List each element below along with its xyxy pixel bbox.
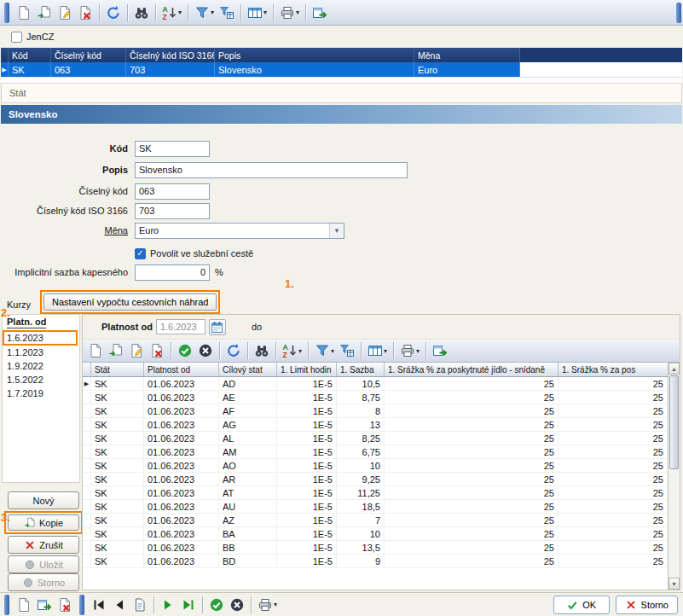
search-button[interactable] <box>131 3 152 23</box>
zrusit-button[interactable]: Zrušit <box>8 536 79 554</box>
kurz-date-item[interactable]: 1.5.2022 <box>3 373 79 386</box>
dropdown-arrow-icon[interactable]: ▾ <box>211 9 214 16</box>
chevron-down-icon[interactable]: ▾ <box>329 224 344 238</box>
ciselny-kod-input[interactable] <box>135 183 210 200</box>
dropdown-arrow-icon[interactable]: ▾ <box>331 347 334 355</box>
povolit-checkbox[interactable]: ✓ <box>135 248 146 259</box>
filter-button[interactable]: ▾ <box>192 3 217 23</box>
columns-button[interactable]: ▾ <box>365 340 390 361</box>
cancel-button[interactable] <box>227 596 247 614</box>
grid-row[interactable]: SK01.06.2023AT1E-511,252525 <box>83 486 668 500</box>
filter-button[interactable]: ▾ <box>312 340 337 361</box>
column-header-platnost-od[interactable]: Platnost od <box>144 363 219 376</box>
grid-row[interactable]: SK01.06.2023AU1E-518,52525 <box>83 500 668 514</box>
dropdown-arrow-icon[interactable]: ▾ <box>384 347 387 355</box>
column-header-sazba[interactable]: 1. Sazba <box>337 363 385 376</box>
record-button[interactable] <box>130 596 150 614</box>
apply-button[interactable] <box>175 340 195 361</box>
dropdown-arrow-icon[interactable]: ▾ <box>296 9 299 16</box>
copy-button[interactable] <box>34 3 55 23</box>
next-button[interactable] <box>158 596 178 614</box>
column-header-mena[interactable]: Měna <box>414 48 520 62</box>
kurz-date-item[interactable]: 1.6.2023 <box>3 330 78 346</box>
grid-row[interactable]: SK01.06.2023AG1E-5132525 <box>83 418 668 432</box>
sort-az-button[interactable]: AZ▾ <box>159 3 184 23</box>
kurz-date-item[interactable]: 1.9.2022 <box>3 359 79 373</box>
country-grid-selected-row[interactable]: ▶ SK 063 703 Slovensko Euro <box>1 62 682 77</box>
column-header-ciselny-kod[interactable]: Číselný kód <box>51 48 126 62</box>
dropdown-arrow-icon[interactable]: ▾ <box>178 9 182 16</box>
scroll-down-icon[interactable]: ▼ <box>669 578 680 590</box>
nastaveni-vypoctu-button[interactable]: Nastavení vypočtu cestovních náhrad <box>43 293 217 311</box>
last-button[interactable] <box>178 596 199 614</box>
grid-row[interactable]: SK01.06.2023AE1E-58,752525 <box>83 391 668 404</box>
columns-button[interactable]: ▾ <box>245 3 269 23</box>
vertical-scrollbar[interactable]: ▲ ▼ <box>668 363 680 590</box>
platnost-od-input[interactable] <box>156 319 205 334</box>
print-button[interactable]: ▾ <box>255 596 280 614</box>
export-button[interactable] <box>34 596 55 614</box>
new-button[interactable] <box>14 596 34 614</box>
grid-row[interactable]: SK01.06.2023AF1E-582525 <box>83 404 668 418</box>
prev-button[interactable] <box>109 596 130 614</box>
column-header-iso[interactable]: Číselný kód ISO 3166 <box>126 48 215 62</box>
toolbar-grip[interactable] <box>4 3 9 23</box>
refresh-button[interactable] <box>223 340 244 361</box>
print-button[interactable]: ▾ <box>277 3 302 23</box>
edit-button[interactable] <box>55 3 75 23</box>
toolbar-grip[interactable] <box>4 595 9 615</box>
dropdown-arrow-icon[interactable]: ▾ <box>263 9 267 16</box>
dropdown-arrow-icon[interactable]: ▾ <box>274 601 277 608</box>
column-header-kod[interactable]: Kód <box>9 48 51 62</box>
refresh-button[interactable] <box>103 3 124 23</box>
novy-button[interactable]: Nový <box>8 491 79 509</box>
column-header-limit-hodin[interactable]: 1. Limit hodin <box>277 363 337 376</box>
export-button[interactable] <box>430 340 450 361</box>
scrollbar-thumb[interactable] <box>669 375 679 469</box>
scroll-up-icon[interactable]: ▲ <box>669 363 680 375</box>
delete-button[interactable] <box>75 3 96 23</box>
search-button[interactable] <box>252 340 272 361</box>
new-button[interactable] <box>14 3 34 23</box>
cancel-button[interactable] <box>195 340 216 361</box>
kurz-date-item[interactable]: 1.1.2023 <box>3 346 79 359</box>
filter-settings-button[interactable] <box>337 340 357 361</box>
toolbar-grip[interactable] <box>79 595 84 615</box>
mena-label[interactable]: Měna <box>0 225 135 235</box>
grid-row[interactable]: ▶SK01.06.2023AD1E-510,52525 <box>83 377 668 391</box>
mena-select[interactable]: Euro ▾ <box>135 223 344 239</box>
platn-od-column-header[interactable]: Platn. od <box>3 315 79 330</box>
export-button[interactable] <box>310 3 330 23</box>
sort-az-button[interactable]: AZ▾ <box>280 340 304 361</box>
grid-row[interactable]: SK01.06.2023BD1E-592525 <box>83 555 668 568</box>
column-header-srazka-snidane[interactable]: 1. Srážka % za poskytnuté jídlo - snídan… <box>385 363 559 376</box>
storno-button[interactable]: Storno <box>616 596 678 614</box>
delete-button[interactable] <box>55 596 75 614</box>
dropdown-arrow-icon[interactable]: ▾ <box>416 347 420 355</box>
grid-row[interactable]: SK01.06.2023BA1E-5102525 <box>83 527 668 541</box>
grid-row[interactable]: SK01.06.2023AL1E-58,252525 <box>83 432 668 445</box>
new-button[interactable] <box>85 340 106 361</box>
first-button[interactable] <box>89 596 109 614</box>
delete-button[interactable] <box>147 340 167 361</box>
grid-row[interactable]: SK01.06.2023AO1E-5102525 <box>83 459 668 473</box>
copy-button[interactable] <box>106 340 126 361</box>
popis-input[interactable] <box>135 162 408 178</box>
dropdown-arrow-icon[interactable]: ▾ <box>298 347 302 355</box>
toolbar-grip-right[interactable] <box>676 3 681 23</box>
column-header-cilovy-stat[interactable]: Cílový stat <box>219 363 277 376</box>
grid-row[interactable]: SK01.06.2023AM1E-56,752525 <box>83 445 668 459</box>
kapesne-input[interactable] <box>135 264 210 281</box>
print-button[interactable]: ▾ <box>397 340 422 361</box>
grid-row[interactable]: SK01.06.2023AZ1E-572525 <box>83 514 668 527</box>
column-header-srazka-2[interactable]: 1. Srážka % za pos <box>559 363 680 376</box>
iso-input[interactable] <box>135 203 210 219</box>
ok-button[interactable]: OK <box>553 596 610 614</box>
grid-row[interactable]: SK01.06.2023AR1E-59,252525 <box>83 473 668 486</box>
column-header-popis[interactable]: Popis <box>215 48 414 62</box>
edit-button[interactable] <box>126 340 147 361</box>
grid-row[interactable]: SK01.06.2023BB1E-513,52525 <box>83 541 668 555</box>
jencz-checkbox[interactable] <box>11 32 22 43</box>
apply-button[interactable] <box>206 596 227 614</box>
kopie-button[interactable]: Kopie <box>8 514 79 531</box>
